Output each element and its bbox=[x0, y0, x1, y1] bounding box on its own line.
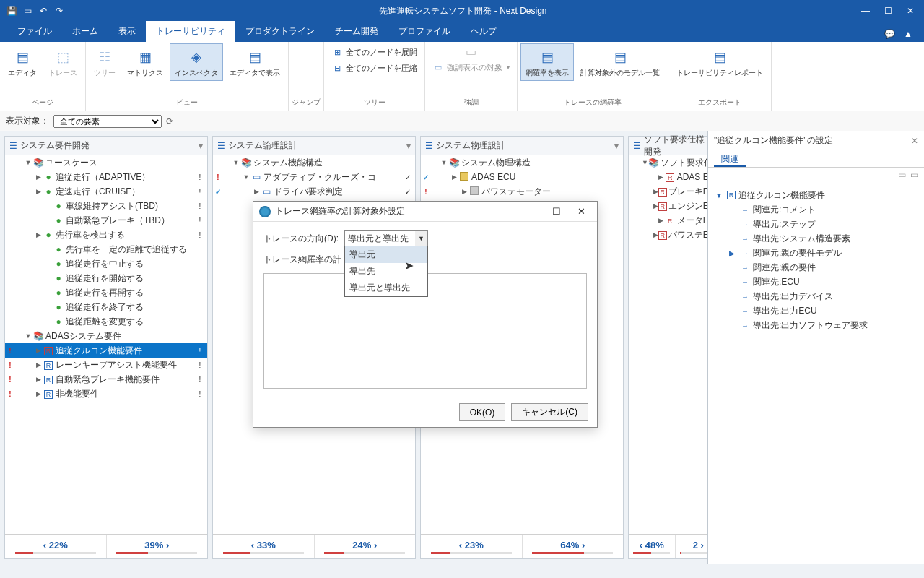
dialog-minimize-button[interactable]: ― bbox=[522, 206, 542, 217]
tree-row[interactable]: ●自動緊急ブレーキ（TBD）! bbox=[5, 213, 207, 228]
expand-icon[interactable]: ▼ bbox=[24, 159, 32, 166]
panel-close-icon[interactable]: ✕ bbox=[911, 136, 918, 146]
exclusion-list-button[interactable]: ▤計算対象外のモデル一覧 bbox=[575, 43, 665, 81]
tree-row[interactable]: !▶Rレーンキープアシスト機能要件! bbox=[5, 358, 207, 372]
relation-item[interactable]: ▶→関連元:親の要件モデル bbox=[714, 246, 918, 260]
show-coverage-button[interactable]: ▤網羅率を表示 bbox=[520, 43, 574, 81]
report-button[interactable]: ▤トレーサビリティレポート bbox=[671, 43, 768, 81]
expand-icon[interactable]: ▶ bbox=[34, 231, 43, 238]
dialog-close-button[interactable]: ✕ bbox=[571, 206, 591, 217]
tab-team[interactable]: チーム開発 bbox=[325, 21, 388, 42]
tree-row[interactable]: !▶R自動緊急ブレーキ機能要件! bbox=[5, 372, 207, 387]
expand-icon[interactable]: ▼ bbox=[642, 159, 648, 166]
tree-row[interactable]: ●追従距離を変更する bbox=[5, 314, 207, 329]
panel-tool-icon-2[interactable]: ▭ bbox=[910, 170, 918, 183]
expand-icon[interactable]: ▶ bbox=[34, 361, 43, 368]
tab-profile[interactable]: プロファイル bbox=[388, 21, 461, 42]
matrix-button[interactable]: ▦マトリクス bbox=[122, 43, 168, 81]
coverage-left[interactable]: 33% bbox=[213, 535, 314, 558]
expand-icon[interactable]: ▶ bbox=[653, 202, 658, 210]
close-button[interactable]: ✕ bbox=[907, 6, 914, 16]
relation-item[interactable]: →導出先:出力ソフトウェア要求 bbox=[714, 318, 918, 332]
coverage-right[interactable]: 39% bbox=[106, 535, 208, 558]
tree-row[interactable]: ▶RブレーキECU bbox=[629, 184, 707, 199]
tab-relation[interactable]: 関連 bbox=[714, 150, 746, 167]
tree-row[interactable]: ●追従走行を中止する bbox=[5, 256, 207, 271]
tree-row[interactable]: !▶R追従クルコン機能要件! bbox=[5, 343, 207, 358]
expand-icon[interactable]: ▶ bbox=[450, 173, 458, 181]
relation-item[interactable]: →導出先:システム構造要素 bbox=[714, 231, 918, 246]
column-menu-icon[interactable]: ▾ bbox=[199, 141, 203, 151]
coverage-right[interactable]: 64% bbox=[522, 535, 624, 558]
relation-item[interactable]: →導出元:ステップ bbox=[714, 217, 918, 231]
expand-icon[interactable]: ▶ bbox=[653, 188, 658, 195]
tab-file[interactable]: ファイル bbox=[7, 21, 62, 42]
tree-row[interactable]: ●先行車を一定の距離で追従する bbox=[5, 242, 207, 256]
tree-row[interactable]: !▶パワステモーター bbox=[421, 184, 623, 199]
tree-row[interactable]: ▶●先行車を検出する! bbox=[5, 228, 207, 242]
expand-icon[interactable]: ▼ bbox=[440, 159, 448, 166]
column-menu-icon[interactable]: ▾ bbox=[614, 141, 619, 151]
tree-row[interactable]: ▶●追従走行（ADAPTIVE）! bbox=[5, 170, 207, 184]
tree-row[interactable]: ▼📚システム物理構造 bbox=[421, 155, 623, 170]
collapse-all-button[interactable]: ⊟全てのノードを圧縮 bbox=[328, 61, 420, 75]
chevron-down-icon[interactable]: ▼ bbox=[415, 230, 428, 246]
tab-help[interactable]: ヘルプ bbox=[461, 21, 507, 42]
minimize-button[interactable]: ― bbox=[861, 6, 870, 16]
editor-button[interactable]: ▤エディタ bbox=[3, 43, 42, 81]
tree-view-button[interactable]: ☷ツリー bbox=[89, 43, 121, 81]
expand-icon[interactable]: ▶ bbox=[34, 188, 43, 195]
expand-icon[interactable]: ▶ bbox=[34, 390, 43, 397]
tab-productline[interactable]: プロダクトライン bbox=[235, 21, 325, 42]
expand-icon[interactable]: ▶ bbox=[657, 173, 665, 181]
option-dest[interactable]: 導出先 bbox=[345, 263, 427, 280]
show-in-editor-button[interactable]: ▤エディタで表示 bbox=[225, 43, 285, 81]
tree-row[interactable]: !▼▭アダプティブ・クルーズ・コ✓ bbox=[213, 170, 415, 184]
relation-item[interactable]: →関連元:コメント bbox=[714, 202, 918, 217]
tab-view[interactable]: 表示 bbox=[108, 21, 146, 42]
coverage-right[interactable]: 2 bbox=[675, 535, 708, 558]
tree-row[interactable]: ▶RADAS ECU bbox=[629, 170, 707, 184]
undo-icon[interactable]: ↶ bbox=[38, 5, 49, 17]
tree-row[interactable]: ▶RエンジンECU bbox=[629, 199, 707, 213]
tree-row[interactable]: ✓▶▭ドライバ要求判定✓ bbox=[213, 184, 415, 199]
filter-select[interactable]: 全ての要素 bbox=[53, 115, 162, 128]
tree-row[interactable]: ▼📚ユースケース bbox=[5, 155, 207, 170]
tree-row[interactable]: ▶RパワステECU bbox=[629, 228, 707, 242]
column-menu-icon[interactable]: ▾ bbox=[406, 141, 411, 151]
tree-row[interactable]: ▼📚ソフト要求仕様 bbox=[629, 155, 707, 170]
expand-icon[interactable]: ▶ bbox=[34, 347, 43, 354]
coverage-left[interactable]: 48% bbox=[629, 535, 675, 558]
coverage-left[interactable]: 22% bbox=[5, 535, 106, 558]
option-source[interactable]: 導出元 bbox=[345, 246, 427, 263]
expand-icon[interactable]: ▼ bbox=[24, 332, 32, 340]
tree-row[interactable]: ✓▶ADAS ECU bbox=[421, 170, 623, 184]
relation-item[interactable]: →導出先:出力ECU bbox=[714, 303, 918, 318]
coverage-right[interactable]: 24% bbox=[314, 535, 416, 558]
expand-icon[interactable]: ▼ bbox=[242, 173, 250, 181]
collapse-ribbon-icon[interactable]: ▲ bbox=[904, 29, 912, 39]
tab-traceability[interactable]: トレーサビリティ bbox=[146, 21, 235, 42]
expand-icon[interactable]: ▶ bbox=[34, 173, 43, 181]
relation-item[interactable]: →関連先:親の要件 bbox=[714, 260, 918, 275]
open-icon[interactable]: ▭ bbox=[22, 5, 33, 17]
expand-icon[interactable]: ▶ bbox=[653, 231, 658, 238]
inspector-button[interactable]: ◈インスペクタ bbox=[170, 43, 223, 81]
tree-row[interactable]: ●車線維持アシスト(TBD)! bbox=[5, 199, 207, 213]
ok-button[interactable]: OK(O) bbox=[459, 403, 506, 421]
tree-row[interactable]: ▶RメータECU bbox=[629, 213, 707, 228]
tree-row[interactable]: ●追従走行を開始する bbox=[5, 271, 207, 285]
tree-row[interactable]: ▶●定速走行（CRUISE）! bbox=[5, 184, 207, 199]
tree-row[interactable]: ▼📚ADASシステム要件 bbox=[5, 329, 207, 343]
tree-row[interactable]: !▶R非機能要件! bbox=[5, 387, 207, 401]
tree-row[interactable]: ▼📚システム機能構造 bbox=[213, 155, 415, 170]
expand-icon[interactable]: ▼ bbox=[714, 191, 724, 199]
tab-home[interactable]: ホーム bbox=[62, 21, 108, 42]
direction-combo[interactable]: 導出元と導出先 ▼ 導出元 導出先 導出元と導出先 bbox=[344, 230, 428, 246]
maximize-button[interactable]: ☐ bbox=[884, 6, 892, 16]
expand-icon[interactable]: ▶ bbox=[252, 188, 261, 195]
tree-row[interactable]: ●追従走行を終了する bbox=[5, 300, 207, 314]
tree-row[interactable]: ●追従走行を再開する bbox=[5, 285, 207, 300]
redo-icon[interactable]: ↷ bbox=[53, 5, 65, 17]
relation-item[interactable]: →導出先:出力デバイス bbox=[714, 289, 918, 303]
